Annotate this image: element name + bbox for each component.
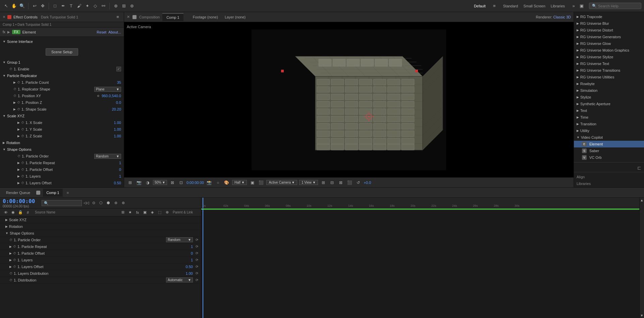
position-z-value[interactable]: 0.0 xyxy=(116,101,121,105)
tl-l-keyframe[interactable]: ⟳ xyxy=(196,258,198,262)
pixel-icon[interactable]: ⬛ xyxy=(258,179,264,186)
rp-utility[interactable]: ▶ Utility xyxy=(574,127,644,134)
libraries-section[interactable]: Libraries xyxy=(574,180,644,187)
position-z-stopwatch[interactable]: ⏱ xyxy=(17,101,20,104)
rp-stylize[interactable]: ▶ Stylize xyxy=(574,94,644,101)
comp-tab[interactable]: Comp 1 xyxy=(162,13,183,21)
tl-particle-order-stopwatch[interactable]: ⏱ xyxy=(9,238,12,242)
replicator-shape-dropdown[interactable]: Plane ▼ xyxy=(94,87,121,92)
puppet-tool[interactable]: ⚯ xyxy=(100,3,107,9)
transparency-icon[interactable]: ▣ xyxy=(249,179,256,186)
scale-xyz-group[interactable]: ▼ Scale XYZ xyxy=(0,113,124,119)
rp-time[interactable]: ▶ Time xyxy=(574,114,644,121)
tl-col-icon-3[interactable]: 🔒 xyxy=(17,209,23,215)
tl-ctrl-4[interactable]: ⬢ xyxy=(105,200,111,206)
tl-ld-keyframe[interactable]: ⟳ xyxy=(196,271,198,275)
y-scale-expand[interactable]: ▶ xyxy=(17,128,20,131)
reset-view-icon[interactable]: ↺ xyxy=(355,179,362,186)
panel-collapse-btn[interactable]: ⊏ xyxy=(637,165,641,171)
rp-rg-universe-utilities[interactable]: ▶ RG Universe Utilities xyxy=(574,74,644,80)
rp-rg-universe-stylize[interactable]: ▶ RG Universe Stylize xyxy=(574,54,644,60)
view-layout-1[interactable]: ⊞ xyxy=(320,179,327,186)
snapshot-icon[interactable]: 📸 xyxy=(206,179,213,186)
layers-offset-expand[interactable]: ▶ xyxy=(17,181,20,185)
rp-rg-universe-text[interactable]: ▶ RG Universe Text xyxy=(574,60,644,67)
pan-tool[interactable]: ✥ xyxy=(39,3,46,9)
timeline-search[interactable] xyxy=(42,200,82,206)
tl-layers-value[interactable]: 1 xyxy=(191,258,193,262)
tl-playhead[interactable] xyxy=(203,198,203,208)
tl-keyframe-icon[interactable]: ⟳ xyxy=(196,238,198,242)
panel-icon[interactable]: ▣ xyxy=(578,3,585,9)
workspace-standard[interactable]: Standard xyxy=(503,4,518,8)
render-queue-tab[interactable]: Render Queue xyxy=(3,189,34,197)
null-tool[interactable]: ⊛ xyxy=(128,3,135,9)
tl-col-aa[interactable]: ◈ xyxy=(149,209,155,215)
scene-setup-button[interactable]: Scene Setup xyxy=(46,48,78,56)
color-mode-icon[interactable]: 🎨 xyxy=(223,179,230,186)
y-scale-value[interactable]: 1.00 xyxy=(114,127,121,131)
enable-checkbox[interactable]: ✓ xyxy=(116,67,121,71)
x-scale-value[interactable]: 1.00 xyxy=(114,121,121,125)
rp-vcorb-plugin[interactable]: V VC Orb xyxy=(574,154,644,161)
tl-shape-options[interactable]: ▼ Shape Options xyxy=(0,230,201,237)
z-scale-value[interactable]: 1.00 xyxy=(114,134,121,138)
particle-repeat-expand[interactable]: ▶ xyxy=(17,161,20,165)
workspace-expand-icon[interactable]: » xyxy=(570,3,577,9)
close-button[interactable]: ✕ xyxy=(3,15,5,19)
tl-col-switch[interactable]: ⊞ xyxy=(120,209,126,215)
show-hide-icon[interactable]: ○ xyxy=(215,179,221,186)
tl-ctrl-2[interactable]: ⊙ xyxy=(91,200,97,206)
layers-offset-value[interactable]: 0.50 xyxy=(114,181,121,185)
rp-saber-plugin[interactable]: S Saber xyxy=(574,147,644,154)
particle-offset-stopwatch[interactable]: ⏱ xyxy=(21,168,24,171)
rp-rg-universe-glow[interactable]: ▶ RG Universe Glow xyxy=(574,40,644,47)
rp-rg-universe-transitions[interactable]: ▶ RG Universe Transitions xyxy=(574,67,644,74)
tl-particle-order-dropdown[interactable]: Random ▼ xyxy=(166,237,193,242)
shape-scale-value[interactable]: 20.20 xyxy=(112,107,121,111)
scene-interface-group[interactable]: ▼ Scene Interface xyxy=(0,38,124,45)
tl-col-motion[interactable]: ▣ xyxy=(142,209,148,215)
tl-pr-keyframe[interactable]: ⟳ xyxy=(196,245,198,248)
rp-rg-trapcode[interactable]: ▶ RG Trapcode xyxy=(574,13,644,20)
zoom-tool[interactable]: 🔍 xyxy=(19,3,25,9)
x-scale-expand[interactable]: ▶ xyxy=(17,121,20,124)
tl-particle-offset-expand[interactable]: ▶ xyxy=(9,252,12,255)
view-layout-2[interactable]: ⊟ xyxy=(329,179,335,186)
shape-scale-expand[interactable]: ▶ xyxy=(13,108,16,111)
tl-particle-repeat-stopwatch[interactable]: ⏱ xyxy=(13,245,16,248)
view-select[interactable]: 1 View ▼ xyxy=(299,180,318,185)
tl-layers-expand[interactable]: ▶ xyxy=(9,258,12,262)
particle-offset-value[interactable]: 0 xyxy=(119,168,121,172)
align-section[interactable]: Align xyxy=(574,174,644,180)
reset-button[interactable]: Reset xyxy=(97,30,106,34)
tl-scale-expand[interactable]: ▶ xyxy=(5,218,8,221)
eraser-tool[interactable]: ◇ xyxy=(92,3,99,9)
layers-stopwatch[interactable]: ⏱ xyxy=(21,175,24,178)
tl-po-keyframe[interactable]: ⟳ xyxy=(196,251,198,255)
particle-replicator-group[interactable]: ▼ Particle Replicator xyxy=(0,72,124,79)
rp-rowbyte[interactable]: ▶ Rowbyte xyxy=(574,80,644,87)
shape-options-group[interactable]: ▼ Shape Options xyxy=(0,146,124,153)
tl-col-icon-1[interactable]: 👁 xyxy=(3,209,9,215)
layers-expand[interactable]: ▶ xyxy=(17,175,20,178)
zoom-control[interactable]: 50% ▼ xyxy=(153,180,167,185)
search-input[interactable] xyxy=(598,4,638,8)
tl-particle-offset-stopwatch[interactable]: ⏱ xyxy=(13,252,16,255)
workspace-menu-icon[interactable]: ≡ xyxy=(491,3,498,9)
particle-repeat-stopwatch[interactable]: ⏱ xyxy=(21,161,24,165)
rp-synthetic-aperture[interactable]: ▶ Synthetic Aperture xyxy=(574,101,644,107)
tl-lo-keyframe[interactable]: ⟳ xyxy=(196,265,198,268)
layers-offset-stopwatch[interactable]: ⏱ xyxy=(21,181,24,185)
shape-scale-stopwatch[interactable]: ⏱ xyxy=(17,108,20,111)
particle-count-stopwatch[interactable]: ⏱ xyxy=(17,81,20,84)
rp-rg-universe-distort[interactable]: ▶ RG Universe Distort xyxy=(574,27,644,34)
tl-layers-offset-value[interactable]: 0.50 xyxy=(186,265,193,269)
tl-col-icon-2[interactable]: ◉ xyxy=(10,209,16,215)
tl-dist-dropdown[interactable]: Automatic ▼ xyxy=(166,277,193,282)
tl-layers-dist-stopwatch[interactable]: ⏱ xyxy=(9,272,12,275)
rotation-group[interactable]: ▶ Rotation xyxy=(0,139,124,146)
tl-layers-stopwatch[interactable]: ⏱ xyxy=(13,258,16,262)
tl-ctrl-5[interactable]: ⊚ xyxy=(113,200,119,206)
workspace-libraries[interactable]: Libraries xyxy=(551,4,565,8)
